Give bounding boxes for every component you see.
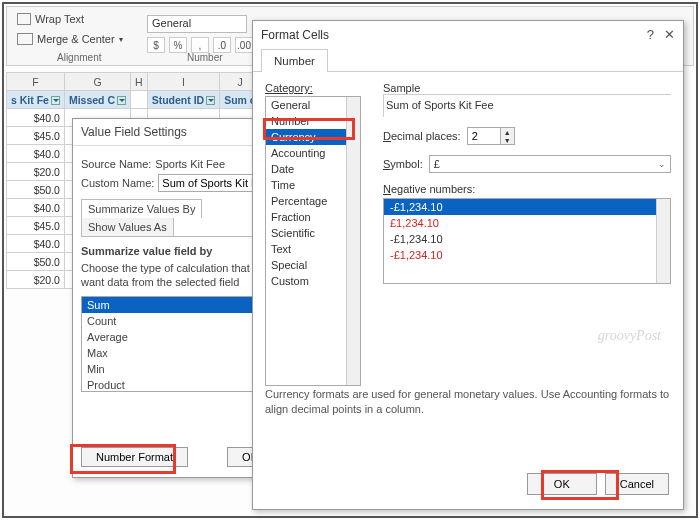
pivot-field-header[interactable]: Missed C	[64, 91, 130, 109]
spin-down-icon[interactable]: ▼	[501, 136, 514, 144]
col-header[interactable]: F	[7, 73, 65, 91]
increase-decimal-icon[interactable]: .0	[213, 37, 231, 53]
spin-up-icon[interactable]: ▲	[501, 128, 514, 136]
merge-center-label: Merge & Center	[37, 33, 115, 45]
scrollbar[interactable]	[656, 199, 670, 283]
summarize-heading: Summarize value field by	[81, 245, 273, 257]
negative-numbers-list[interactable]: -£1,234.10 £1,234.10 -£1,234.10 -£1,234.…	[383, 198, 671, 284]
alignment-group-label: Alignment	[57, 52, 101, 63]
sample-label: Sample	[383, 82, 671, 94]
currency-icon[interactable]: $	[147, 37, 165, 53]
symbol-value: £	[434, 158, 440, 170]
cell[interactable]: $45.0	[7, 217, 65, 235]
cell[interactable]: $20.0	[7, 271, 65, 289]
col-header[interactable]: I	[147, 73, 220, 91]
cell[interactable]: $50.0	[7, 181, 65, 199]
list-item[interactable]: Max	[82, 345, 272, 361]
list-item[interactable]: Count	[82, 313, 272, 329]
negative-numbers-label: Negative numbers:	[383, 183, 671, 195]
list-item[interactable]: £1,234.10	[384, 215, 670, 231]
cell[interactable]: $40.0	[7, 145, 65, 163]
tab-show-values-as[interactable]: Show Values As	[81, 217, 174, 236]
value-field-settings-dialog: Value Field Settings Source Name: Sports…	[72, 118, 282, 478]
fc-ok-button[interactable]: OK	[527, 473, 597, 495]
merge-center-button[interactable]: Merge & Center ▾	[17, 33, 123, 45]
merge-icon	[17, 33, 33, 45]
list-item[interactable]: -£1,234.10	[384, 231, 670, 247]
fc-cancel-button[interactable]: Cancel	[605, 473, 669, 495]
calc-function-list[interactable]: Sum Count Average Max Min Product	[81, 296, 273, 392]
wrap-text-icon	[17, 13, 31, 25]
pivot-field-header[interactable]: s Kit Fe	[7, 91, 65, 109]
list-item[interactable]: -£1,234.10	[384, 199, 670, 215]
category-list[interactable]: General Number Currency Accounting Date …	[265, 96, 361, 386]
scrollbar[interactable]	[346, 97, 360, 385]
fc-title: Format Cells	[261, 28, 329, 42]
cell[interactable]: $50.0	[7, 253, 65, 271]
decimal-places-label: Decimal places:	[383, 130, 461, 142]
cell[interactable]: $40.0	[7, 199, 65, 217]
list-item[interactable]: Average	[82, 329, 272, 345]
symbol-label: Symbol:	[383, 158, 423, 170]
list-item[interactable]: Product	[82, 377, 272, 392]
tab-number[interactable]: Number	[261, 49, 328, 72]
decrease-decimal-icon[interactable]: .00	[235, 37, 253, 53]
cell[interactable]: $20.0	[7, 163, 65, 181]
watermark: groovyPost	[598, 328, 661, 344]
wrap-text-label: Wrap Text	[35, 13, 84, 25]
source-name-label: Source Name:	[81, 158, 151, 170]
comma-icon[interactable]: ,	[191, 37, 209, 53]
number-format-button[interactable]: Number Format	[81, 447, 188, 467]
cell[interactable]: $40.0	[7, 235, 65, 253]
percent-icon[interactable]: %	[169, 37, 187, 53]
col-header[interactable]: G	[64, 73, 130, 91]
close-icon[interactable]: ✕	[664, 27, 675, 42]
number-format-icons: $ % , .0 .00	[147, 37, 253, 53]
format-description: Currency formats are used for general mo…	[265, 387, 671, 416]
custom-name-label: Custom Name:	[81, 177, 154, 189]
summarize-hint: Choose the type of calculation that you …	[81, 261, 273, 290]
wrap-text-button[interactable]: Wrap Text	[17, 13, 84, 25]
source-name-value: Sports Kit Fee	[155, 158, 225, 170]
vfs-title: Value Field Settings	[73, 119, 281, 146]
list-item[interactable]: Min	[82, 361, 272, 377]
help-icon[interactable]: ?	[647, 27, 654, 42]
col-header[interactable]: H	[131, 73, 148, 91]
number-format-dropdown[interactable]: General	[147, 15, 247, 33]
pivot-field-header[interactable]: Student ID	[147, 91, 220, 109]
chevron-down-icon: ⌄	[658, 159, 666, 169]
symbol-dropdown[interactable]: £ ⌄	[429, 155, 671, 173]
list-item[interactable]: Sum	[82, 297, 272, 313]
sample-value: Sum of Sports Kit Fee	[383, 94, 671, 117]
decimal-places-input[interactable]	[468, 128, 500, 144]
tab-summarize[interactable]: Summarize Values By	[81, 199, 202, 218]
cell[interactable]: $40.0	[7, 109, 65, 127]
number-format-value: General	[152, 17, 191, 29]
format-cells-dialog: Format Cells ? ✕ Number Category: Genera…	[252, 20, 684, 510]
cell[interactable]: $45.0	[7, 127, 65, 145]
number-group-label: Number	[187, 52, 223, 63]
list-item[interactable]: -£1,234.10	[384, 247, 670, 263]
decimal-places-spinner[interactable]: ▲▼	[467, 127, 515, 145]
